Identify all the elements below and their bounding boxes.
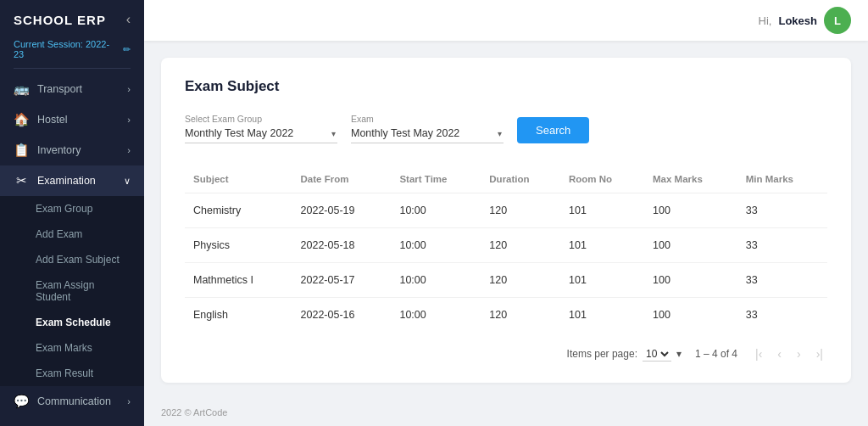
cell-max-marks: 100 <box>644 298 737 333</box>
items-per-page: Items per page: 10 ▾ <box>567 347 682 362</box>
cell-duration: 120 <box>481 263 560 298</box>
table-body: Chemistry2022-05-1910:0012010110033Physi… <box>185 193 827 333</box>
inventory-icon: 📋 <box>14 143 29 158</box>
select-exam-group-group: Select Exam Group Monthly Test May 2022 … <box>185 114 337 143</box>
exam-select-wrapper: Monthly Test May 2022 ▾ <box>351 127 504 143</box>
sidebar-divider <box>14 68 131 69</box>
select-exam-group: Exam Monthly Test May 2022 ▾ <box>351 114 504 143</box>
col-duration: Duration <box>481 167 560 193</box>
hostel-icon: 🏠 <box>14 112 29 127</box>
footer: 2022 © ArtCode <box>144 399 868 426</box>
table-row: Physics2022-05-1810:0012010110033 <box>185 228 827 263</box>
cell-min-marks: 33 <box>737 263 827 298</box>
sidebar-label-inventory: Inventory <box>37 144 81 156</box>
cell-room-no: 101 <box>560 263 644 298</box>
sidebar-item-exam-assign-student[interactable]: Exam Assign Student <box>0 272 144 310</box>
cell-date-from: 2022-05-16 <box>292 298 392 333</box>
chevron-communication-icon: › <box>127 396 131 406</box>
sidebar-header: SCHOOL ERP ‹ <box>0 0 144 36</box>
cell-min-marks: 33 <box>737 193 827 228</box>
exam-label: Exam <box>351 114 504 124</box>
cell-date-from: 2022-05-17 <box>292 263 392 298</box>
sidebar-item-exam-result[interactable]: Exam Result <box>0 361 144 386</box>
examination-icon: ✂ <box>14 173 29 188</box>
cell-start-time: 10:00 <box>391 193 481 228</box>
chevron-transport-icon: › <box>127 84 131 94</box>
search-button[interactable]: Search <box>517 117 589 143</box>
table-row: Chemistry2022-05-1910:0012010110033 <box>185 193 827 228</box>
pagination-first-button[interactable]: |‹ <box>751 345 766 362</box>
main-container: Hi, Lokesh L Exam Subject Select Exam Gr… <box>144 0 868 426</box>
cell-start-time: 10:00 <box>391 228 481 263</box>
filter-form: Select Exam Group Monthly Test May 2022 … <box>185 114 827 143</box>
communication-icon: 💬 <box>14 394 29 409</box>
cell-subject: Chemistry <box>185 193 292 228</box>
sidebar-label-communication: Communication <box>37 395 111 407</box>
exam-subject-table: Subject Date From Start Time Duration Ro… <box>185 167 827 332</box>
col-max-marks: Max Marks <box>644 167 737 193</box>
sidebar-item-transport[interactable]: 🚌 Transport › <box>0 74 144 104</box>
cell-subject: Physics <box>185 228 292 263</box>
cell-start-time: 10:00 <box>391 263 481 298</box>
cell-max-marks: 100 <box>644 228 737 263</box>
sidebar-item-exam-marks[interactable]: Exam Marks <box>0 335 144 361</box>
topbar-username: Lokesh <box>778 14 817 27</box>
cell-subject: Mathmetics I <box>185 263 292 298</box>
pagination: Items per page: 10 ▾ 1 – 4 of 4 |‹ ‹ › ›… <box>185 345 827 362</box>
sidebar-item-exam-group[interactable]: Exam Group <box>0 196 144 221</box>
page-title: Exam Subject <box>185 78 827 95</box>
select-exam-group-input[interactable]: Monthly Test May 2022 <box>185 127 337 139</box>
table-row: English2022-05-1610:0012010110033 <box>185 298 827 333</box>
chevron-inventory-icon: › <box>127 145 131 155</box>
chevron-down-pagination-icon: ▾ <box>676 348 682 360</box>
cell-duration: 120 <box>481 228 560 263</box>
sidebar-item-examination[interactable]: ✂ Examination ∨ <box>0 165 144 196</box>
cell-max-marks: 100 <box>644 263 737 298</box>
sidebar-item-hostel[interactable]: 🏠 Hostel › <box>0 104 144 135</box>
cell-max-marks: 100 <box>644 193 737 228</box>
cell-min-marks: 33 <box>737 228 827 263</box>
sidebar-label-hostel: Hostel <box>37 114 67 126</box>
col-min-marks: Min Marks <box>737 167 827 193</box>
pagination-last-button[interactable]: ›| <box>812 345 827 362</box>
sidebar-item-add-exam-subject[interactable]: Add Exam Subject <box>0 247 144 272</box>
col-date-from: Date From <box>292 167 392 193</box>
table-header: Subject Date From Start Time Duration Ro… <box>185 167 827 193</box>
sidebar: SCHOOL ERP ‹ Current Session: 2022-23 ✏ … <box>0 0 144 426</box>
cell-subject: English <box>185 298 292 333</box>
edit-session-icon[interactable]: ✏ <box>123 44 131 55</box>
sidebar-item-inventory[interactable]: 📋 Inventory › <box>0 135 144 165</box>
pagination-prev-button[interactable]: ‹ <box>773 345 786 362</box>
table-row: Mathmetics I2022-05-1710:0012010110033 <box>185 263 827 298</box>
chevron-hostel-icon: › <box>127 115 131 125</box>
select-exam-group-wrapper: Monthly Test May 2022 ▾ <box>185 127 337 143</box>
pagination-next-button[interactable]: › <box>793 345 805 362</box>
col-start-time: Start Time <box>391 167 481 193</box>
content-area: Exam Subject Select Exam Group Monthly T… <box>144 41 868 399</box>
exam-subject-card: Exam Subject Select Exam Group Monthly T… <box>161 58 851 383</box>
sidebar-item-exam-schedule[interactable]: Exam Schedule <box>0 310 144 335</box>
chevron-examination-icon: ∨ <box>124 176 131 187</box>
sidebar-nav: 🚌 Transport › 🏠 Hostel › 📋 Inventory › ✂ <box>0 74 144 426</box>
pagination-range: 1 – 4 of 4 <box>695 348 737 360</box>
sidebar-item-download-center[interactable]: ⬇ Download Center › <box>0 417 144 426</box>
sidebar-item-add-exam[interactable]: Add Exam <box>0 221 144 247</box>
topbar-user: Hi, Lokesh L <box>759 7 851 34</box>
cell-duration: 120 <box>481 193 560 228</box>
exam-subject-table-wrapper: Subject Date From Start Time Duration Ro… <box>185 167 827 332</box>
cell-room-no: 101 <box>560 193 644 228</box>
select-exam-group-label: Select Exam Group <box>185 114 337 124</box>
exam-submenu: Exam Group Add Exam Add Exam Subject Exa… <box>0 196 144 386</box>
items-per-page-select[interactable]: 10 <box>643 347 671 362</box>
sidebar-item-communication[interactable]: 💬 Communication › <box>0 386 144 417</box>
cell-start-time: 10:00 <box>391 298 481 333</box>
app-title: SCHOOL ERP <box>14 13 106 27</box>
topbar: Hi, Lokesh L <box>144 0 868 41</box>
sidebar-label-examination: Examination <box>37 175 96 187</box>
sidebar-label-transport: Transport <box>37 83 82 95</box>
exam-input[interactable]: Monthly Test May 2022 <box>351 127 504 139</box>
sidebar-collapse-button[interactable]: ‹ <box>126 12 131 27</box>
sidebar-bottom: 💬 Communication › ⬇ Download Center › <box>0 386 144 426</box>
cell-min-marks: 33 <box>737 298 827 333</box>
col-room-no: Room No <box>560 167 644 193</box>
